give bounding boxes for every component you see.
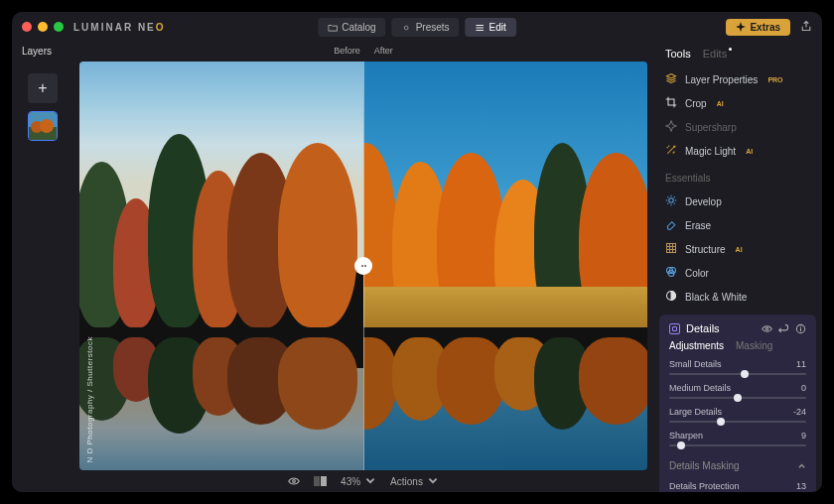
tool-erase[interactable]: Erase (653, 213, 822, 237)
sparkle-icon (736, 22, 746, 32)
catalog-button[interactable]: Catalog (318, 18, 385, 37)
compare-toggle[interactable] (314, 476, 327, 486)
svg-rect-7 (667, 244, 676, 253)
before-label: Before (334, 46, 360, 62)
tool-label: Structure (685, 244, 726, 255)
crop-icon (665, 96, 677, 110)
image-credit: N D Photography / Shutterstock (85, 336, 94, 463)
minimize-button[interactable] (38, 22, 48, 32)
layers-title: Layers (22, 46, 52, 57)
add-layer-button[interactable]: + (28, 73, 58, 103)
viewer-footer: 43% Actions (73, 470, 653, 492)
tool-label: Black & White (685, 292, 747, 303)
slider-name: Sharpen (669, 431, 703, 441)
before-half (79, 62, 363, 470)
folder-icon (328, 23, 338, 33)
tool-magic-light[interactable]: Magic Light AI (653, 139, 822, 163)
info-icon[interactable] (795, 323, 806, 334)
tool-label: Develop (685, 196, 722, 207)
window-controls (22, 22, 64, 32)
tool-black-&-white[interactable]: Black & White (653, 285, 822, 309)
sliders-icon (476, 23, 486, 33)
details-icon (669, 323, 680, 334)
undo-icon[interactable] (778, 323, 789, 334)
erase-icon (665, 218, 677, 232)
tool-structure[interactable]: Structure AI (653, 237, 822, 261)
thumbnail-image (29, 112, 58, 141)
details-panel: Details Adjustments Masking Small Detail… (659, 315, 816, 492)
tool-label: Crop (685, 98, 707, 109)
color-icon (665, 266, 677, 280)
after-label: After (374, 46, 393, 62)
slider-details-protection: Details Protection 13 (669, 481, 806, 492)
panel-tabs: Tools Edits (653, 42, 822, 65)
chevron-down-icon (427, 475, 439, 487)
slider-track[interactable] (669, 444, 806, 446)
slider-track[interactable] (669, 397, 806, 399)
chevron-up-icon (797, 461, 806, 470)
close-button[interactable] (22, 22, 32, 32)
tab-edits[interactable]: Edits (703, 48, 732, 60)
layer-thumbnail[interactable] (28, 111, 58, 141)
tool-tag: AI (736, 246, 743, 253)
svg-point-0 (405, 26, 409, 30)
presets-button[interactable]: Presets (392, 18, 460, 37)
slider-name: Small Details (669, 359, 722, 369)
structure-icon (665, 242, 677, 256)
tool-color[interactable]: Color (653, 261, 822, 285)
subtab-adjustments[interactable]: Adjustments (669, 340, 724, 351)
tool-crop[interactable]: Crop AI (653, 91, 822, 115)
tool-label: Layer Properties (685, 74, 758, 85)
eye-icon[interactable] (762, 323, 772, 334)
tool-tag: AI (746, 148, 753, 155)
masking-sliders-group: Details Protection 13 Details Masking 50 (669, 481, 806, 492)
tool-label: Color (685, 268, 709, 279)
compare-handle[interactable] (354, 257, 372, 275)
tool-tag: PRO (767, 76, 782, 83)
tool-label: Magic Light (685, 146, 736, 157)
app-logo: LUMINAR NEO (73, 22, 166, 33)
tool-develop[interactable]: Develop (653, 189, 822, 213)
maximize-button[interactable] (54, 22, 64, 32)
tool-tag: AI (717, 100, 724, 107)
tool-label: Erase (685, 220, 711, 231)
magic-icon (665, 144, 677, 158)
after-half (363, 62, 647, 470)
visibility-toggle[interactable] (288, 475, 300, 487)
tool-list-top: Layer Properties PRO Crop AI Supersharp … (653, 65, 822, 165)
detail-sliders-group: Small Details 11 Medium Details 0 Large … (669, 359, 806, 446)
extras-button[interactable]: Extras (726, 19, 790, 36)
slider-thumb[interactable] (734, 394, 742, 402)
slider-value: 0 (801, 383, 806, 393)
tab-tools[interactable]: Tools (665, 48, 691, 60)
slider-name: Medium Details (669, 383, 731, 393)
tool-supersharp[interactable]: Supersharp (653, 115, 822, 139)
essentials-label: Essentials (653, 165, 822, 188)
canvas[interactable]: N D Photography / Shutterstock (79, 62, 647, 470)
bw-icon (665, 290, 677, 304)
share-button[interactable] (800, 18, 812, 36)
svg-point-5 (293, 480, 296, 483)
zoom-level[interactable]: 43% (341, 475, 376, 487)
actions-menu[interactable]: Actions (390, 475, 439, 487)
details-header[interactable]: Details (669, 322, 806, 334)
slider-value: 13 (796, 481, 806, 491)
slider-thumb[interactable] (677, 441, 685, 449)
tool-layer-properties[interactable]: Layer Properties PRO (653, 67, 822, 91)
slider-track[interactable] (669, 421, 806, 423)
eye-icon (288, 475, 300, 487)
slider-track[interactable] (669, 373, 806, 375)
slider-name: Large Details (669, 407, 722, 417)
right-panel: Tools Edits Layer Properties PRO Crop AI… (653, 42, 822, 492)
compare-labels: Before After (73, 42, 653, 62)
details-masking-header[interactable]: Details Masking (669, 454, 806, 473)
slider-thumb[interactable] (741, 370, 749, 378)
edit-button[interactable]: Edit (466, 18, 516, 37)
app-window: LUMINAR NEO Catalog Presets Edit Extras (12, 12, 822, 492)
top-nav: Catalog Presets Edit (318, 18, 516, 37)
slider-value: 9 (801, 431, 806, 441)
subtab-masking[interactable]: Masking (736, 340, 772, 351)
svg-point-12 (765, 327, 767, 329)
compare-icon (314, 476, 327, 486)
slider-thumb[interactable] (717, 418, 725, 426)
